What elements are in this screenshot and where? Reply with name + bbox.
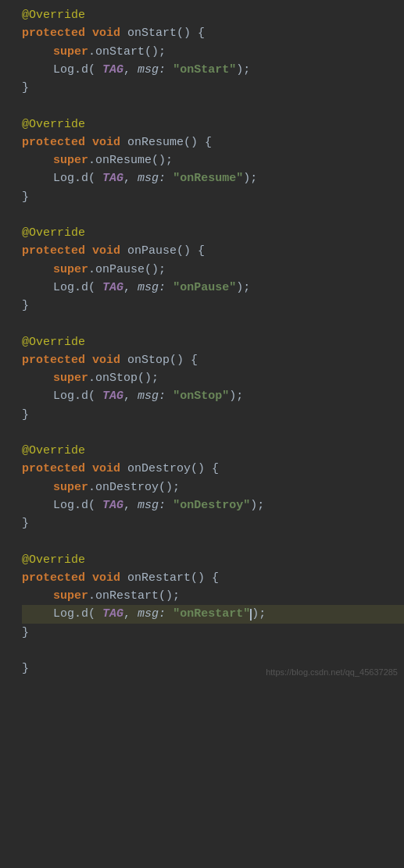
line-super-2: super.onResume(); bbox=[22, 151, 404, 169]
line-method-5: protected void onDestroy() { bbox=[22, 460, 404, 478]
annotation-override-1: @Override bbox=[22, 6, 85, 24]
line-log-5: Log.d( TAG, msg: "onDestroy"); bbox=[22, 496, 404, 514]
watermark: https://blog.csdn.net/qq_45637285 bbox=[266, 666, 398, 679]
keyword-protected-1: protected bbox=[22, 24, 85, 42]
line-method-3: protected void onPause() { bbox=[22, 242, 404, 260]
line-annotation-4: @Override bbox=[22, 333, 404, 351]
line-close-2: } bbox=[22, 188, 404, 206]
keyword-protected-3: protected bbox=[22, 242, 85, 260]
line-close-4: } bbox=[22, 406, 404, 424]
method-name-3: onPause() { bbox=[127, 242, 205, 260]
line-annotation-6: @Override bbox=[22, 551, 404, 569]
keyword-super-5: super bbox=[53, 481, 88, 494]
line-annotation-2: @Override bbox=[22, 116, 404, 133]
keyword-protected-4: protected bbox=[22, 351, 85, 369]
line-log-6: Log.d( TAG, msg: "onRestart"); bbox=[22, 605, 404, 623]
line-log-3: Log.d( TAG, msg: "onPause"); bbox=[22, 279, 404, 297]
keyword-void-4: void bbox=[92, 351, 120, 369]
line-close-6: } bbox=[22, 624, 404, 642]
line-method-4: protected void onStop() { bbox=[22, 351, 404, 369]
method-name-1: onStart() { bbox=[127, 24, 205, 42]
keyword-super-6: super bbox=[53, 589, 88, 603]
keyword-void-3: void bbox=[92, 242, 120, 260]
line-method-2: protected void onResume() { bbox=[22, 133, 404, 151]
line-super-5: super.onDestroy(); bbox=[22, 478, 404, 496]
line-super-3: super.onPause(); bbox=[22, 261, 404, 279]
method-name-5: onDestroy() { bbox=[127, 460, 219, 478]
line-close-3: } bbox=[22, 297, 404, 315]
line-annotation-3: @Override bbox=[22, 224, 404, 242]
keyword-protected-5: protected bbox=[22, 460, 85, 478]
method-name-2: onResume() { bbox=[127, 133, 212, 151]
method-name-6: onRestart() { bbox=[127, 569, 219, 587]
line-super-4: super.onStop(); bbox=[22, 369, 404, 387]
annotation-override-5: @Override bbox=[22, 442, 85, 460]
keyword-protected-6: protected bbox=[22, 569, 85, 587]
keyword-protected-2: protected bbox=[22, 133, 85, 151]
annotation-override-2: @Override bbox=[22, 116, 85, 133]
line-log-4: Log.d( TAG, msg: "onStop"); bbox=[22, 387, 404, 405]
keyword-void-6: void bbox=[92, 569, 120, 587]
line-method-1: protected void onStart() { bbox=[22, 24, 404, 42]
line-close-1: } bbox=[22, 79, 404, 97]
line-super-6: super.onRestart(); bbox=[22, 587, 404, 605]
keyword-super-3: super bbox=[53, 263, 88, 276]
annotation-override-4: @Override bbox=[22, 333, 85, 351]
code-editor: @Override protected void onStart() { sup… bbox=[0, 0, 404, 684]
line-log-1: Log.d( TAG, msg: "onStart"); bbox=[22, 61, 404, 79]
keyword-super-2: super bbox=[53, 154, 88, 167]
line-method-6: protected void onRestart() { bbox=[22, 569, 404, 587]
line-annotation-1: @Override bbox=[22, 6, 404, 24]
keyword-super-4: super bbox=[53, 372, 88, 385]
line-super-1: super.onStart(); bbox=[22, 43, 404, 61]
annotation-override-6: @Override bbox=[22, 551, 85, 569]
line-log-2: Log.d( TAG, msg: "onResume"); bbox=[22, 169, 404, 187]
keyword-void-5: void bbox=[92, 460, 120, 478]
method-name-4: onStop() { bbox=[127, 351, 198, 369]
line-close-5: } bbox=[22, 514, 404, 532]
annotation-override-3: @Override bbox=[22, 224, 85, 242]
keyword-super-1: super bbox=[53, 45, 88, 59]
keyword-void-1: void bbox=[92, 24, 120, 42]
keyword-void-2: void bbox=[92, 133, 120, 151]
line-annotation-5: @Override bbox=[22, 442, 404, 460]
